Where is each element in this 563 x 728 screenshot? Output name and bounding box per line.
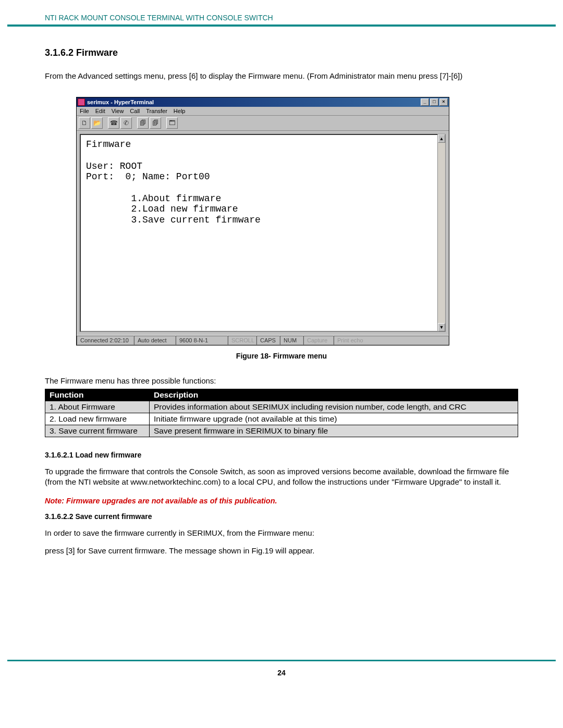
menu-call[interactable]: Call <box>130 108 140 114</box>
scroll-up-icon[interactable]: ▲ <box>438 134 445 143</box>
menu-view[interactable]: View <box>112 108 124 114</box>
intro-paragraph: From the Advanced settings menu, press [… <box>45 71 518 81</box>
running-header-text: NTI RACK MOUNT CONSOLE TERMINAL WITH CON… <box>45 14 273 22</box>
table-row: 3. Save current firmware Save present fi… <box>45 425 518 437</box>
menu-transfer[interactable]: Transfer <box>146 108 167 114</box>
menu-bar: File Edit View Call Transfer Help <box>77 107 449 116</box>
window-title: serimux - HyperTerminal <box>87 99 421 105</box>
cell-fn: 3. Save current firmware <box>45 425 150 437</box>
subheading-save: 3.1.6.2.2 Save current firmware <box>45 512 518 521</box>
menu-help[interactable]: Help <box>174 108 186 114</box>
status-settings: 9600 8-N-1 <box>176 336 228 345</box>
minimize-button[interactable]: _ <box>421 98 429 106</box>
scrollbar[interactable]: ▲ ▼ <box>437 134 446 332</box>
status-bar: Connected 2:02:10 Auto detect 9600 8-N-1… <box>77 335 449 345</box>
status-capture: Capture <box>303 336 334 345</box>
cell-fn: 2. Load new firmware <box>45 413 150 425</box>
page-number: 24 <box>0 665 563 683</box>
terminal-output: Firmware User: ROOT Port: 0; Name: Port0… <box>80 134 446 332</box>
status-scroll: SCROLL <box>228 336 256 345</box>
toolbar: 🗋 📂 ☎ ✆ 🗐 🗐 🗔 <box>77 116 449 131</box>
close-button[interactable]: × <box>439 98 448 106</box>
status-echo: Print echo <box>334 336 449 345</box>
function-table: Function Description 1. About Firmware P… <box>45 389 518 437</box>
menu-edit[interactable]: Edit <box>95 108 105 114</box>
table-header-row: Function Description <box>45 389 518 401</box>
hangup-icon[interactable]: ✆ <box>120 117 132 129</box>
new-file-icon[interactable]: 🗋 <box>79 117 90 129</box>
figure-caption: Figure 18- Firmware menu <box>45 352 518 360</box>
footer-rule <box>7 660 556 661</box>
status-connected: Connected 2:02:10 <box>77 336 134 345</box>
table-row: 1. About Firmware Provides information a… <box>45 401 518 413</box>
maximize-button[interactable]: □ <box>430 98 438 106</box>
receive-icon[interactable]: 🗐 <box>150 117 161 129</box>
page-content: 3.1.6.2 Firmware From the Advanced setti… <box>0 27 563 557</box>
load-firmware-body: To upgrade the firmware that controls th… <box>45 466 518 488</box>
window-titlebar: serimux - HyperTerminal _ □ × <box>77 97 449 107</box>
status-caps: CAPS <box>256 336 280 345</box>
cell-desc: Save present firmware in SERIMUX to bina… <box>150 425 518 437</box>
th-description: Description <box>150 389 518 401</box>
cell-desc: Initiate firmware upgrade (not available… <box>150 413 518 425</box>
terminal-frame: Firmware User: ROOT Port: 0; Name: Port0… <box>77 131 449 335</box>
cell-fn: 1. About Firmware <box>45 401 150 413</box>
phone-icon[interactable]: ☎ <box>108 117 119 129</box>
th-function: Function <box>45 389 150 401</box>
open-icon[interactable]: 📂 <box>91 117 103 129</box>
table-intro: The Firmware menu has three possible fun… <box>45 376 518 386</box>
subheading-load: 3.1.6.2.1 Load new firmware <box>45 451 518 459</box>
status-num: NUM <box>280 336 303 345</box>
scroll-down-icon[interactable]: ▼ <box>438 323 445 331</box>
send-icon[interactable]: 🗐 <box>137 117 149 129</box>
table-row: 2. Load new firmware Initiate firmware u… <box>45 413 518 425</box>
hyperterminal-window: serimux - HyperTerminal _ □ × File Edit … <box>76 97 449 346</box>
note-text: Note: Firmware upgrades are not availabl… <box>45 497 518 505</box>
menu-file[interactable]: File <box>80 108 89 114</box>
running-header: NTI RACK MOUNT CONSOLE TERMINAL WITH CON… <box>0 0 563 24</box>
window-buttons: _ □ × <box>421 98 448 106</box>
app-icon <box>78 98 85 106</box>
cell-desc: Provides information about SERIMUX inclu… <box>150 401 518 413</box>
properties-icon[interactable]: 🗔 <box>166 117 178 129</box>
save-firmware-body2: press [3] for Save current firmware. The… <box>45 546 518 556</box>
section-heading: 3.1.6.2 Firmware <box>45 47 518 58</box>
figure-hyperterminal: serimux - HyperTerminal _ □ × File Edit … <box>76 97 518 346</box>
save-firmware-body1: In order to save the firmware currently … <box>45 528 518 538</box>
status-detect: Auto detect <box>134 336 176 345</box>
